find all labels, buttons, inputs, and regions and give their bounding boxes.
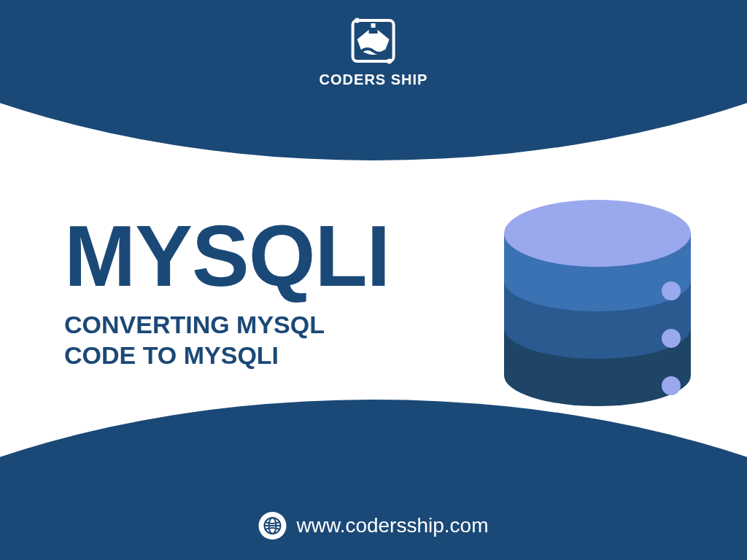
brand-logo: CODERS SHIP bbox=[320, 15, 428, 88]
main-content: MYSQLI CONVERTING MYSQL CODE TO MYSQLI bbox=[64, 175, 703, 408]
ship-logo-icon bbox=[320, 15, 428, 67]
page-title: MYSQLI bbox=[64, 213, 390, 299]
svg-point-11 bbox=[662, 281, 681, 300]
svg-point-0 bbox=[355, 18, 360, 23]
subtitle-line-2: CODE TO MYSQLI bbox=[64, 341, 279, 369]
svg-rect-3 bbox=[371, 23, 376, 28]
globe-icon bbox=[259, 512, 287, 540]
subtitle-line-1: CONVERTING MYSQL bbox=[64, 311, 325, 338]
svg-point-13 bbox=[662, 376, 681, 395]
database-icon bbox=[492, 175, 703, 408]
page-subtitle: CONVERTING MYSQL CODE TO MYSQLI bbox=[64, 309, 390, 371]
website-url: www.codersship.com bbox=[297, 514, 489, 537]
svg-point-12 bbox=[662, 329, 681, 348]
svg-point-1 bbox=[387, 59, 392, 64]
text-block: MYSQLI CONVERTING MYSQL CODE TO MYSQLI bbox=[64, 213, 390, 371]
svg-point-10 bbox=[504, 200, 691, 267]
svg-rect-2 bbox=[369, 28, 378, 34]
brand-name: CODERS SHIP bbox=[320, 71, 428, 88]
footer: www.codersship.com bbox=[259, 512, 489, 540]
